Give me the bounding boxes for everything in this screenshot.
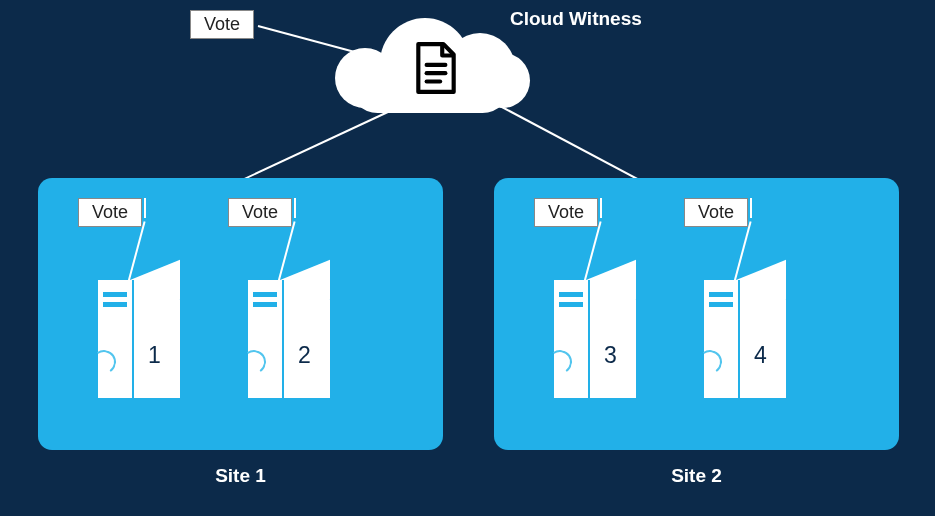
- server-3-vote-tag: Vote: [534, 198, 598, 227]
- server-1: Vote 1: [78, 188, 198, 408]
- server-number: 1: [148, 342, 161, 369]
- server-icon: 4: [704, 280, 786, 398]
- server-4: Vote 4: [684, 188, 804, 408]
- server-1-vote-tag: Vote: [78, 198, 142, 227]
- site-1-label: Site 1: [38, 465, 443, 487]
- server-4-vote-tag: Vote: [684, 198, 748, 227]
- server-2: Vote 2: [228, 188, 348, 408]
- server-icon: 3: [554, 280, 636, 398]
- server-icon: 2: [248, 280, 330, 398]
- server-2-vote-tag: Vote: [228, 198, 292, 227]
- server-number: 4: [754, 342, 767, 369]
- server-3: Vote 3: [534, 188, 654, 408]
- diagram-viewport: Cloud Witness Vote Vote 1 Vote: [0, 0, 935, 516]
- witness-vote-tag: Vote: [190, 10, 254, 39]
- cloud-witness-label: Cloud Witness: [510, 8, 642, 30]
- document-icon: [415, 42, 457, 94]
- site-1: Vote 1 Vote: [38, 178, 443, 450]
- site-2-label: Site 2: [494, 465, 899, 487]
- server-number: 3: [604, 342, 617, 369]
- server-number: 2: [298, 342, 311, 369]
- server-icon: 1: [98, 280, 180, 398]
- site-2: Vote 3 Vote: [494, 178, 899, 450]
